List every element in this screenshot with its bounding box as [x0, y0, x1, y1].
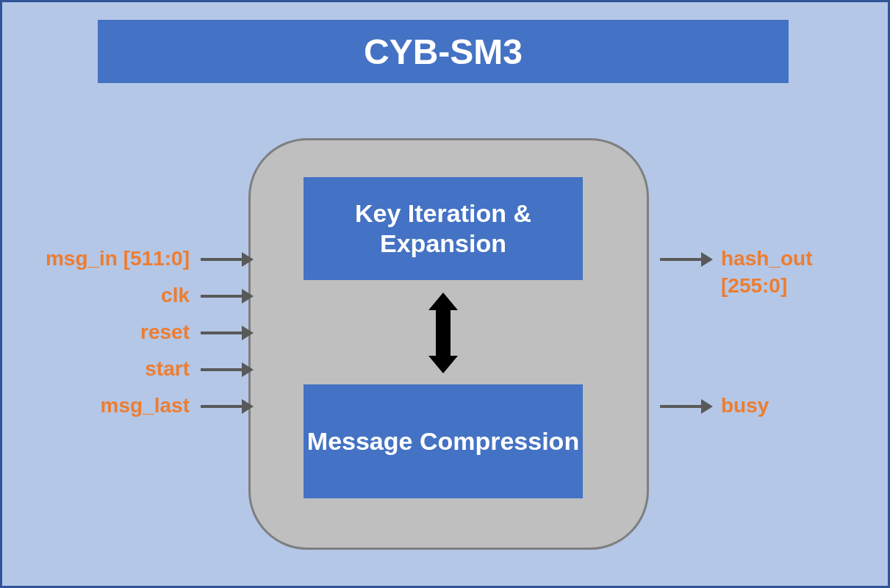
label-hash-out-2: [255:0]	[721, 274, 846, 298]
double-arrow-icon	[428, 293, 458, 373]
diagram-container: CYB-SM3 Key Iteration & Expansion Messag…	[0, 0, 890, 588]
arrow-busy	[660, 405, 704, 408]
arrow-start	[201, 368, 245, 371]
message-compression-block: Message Compression	[304, 384, 583, 498]
label-busy: busy	[721, 394, 846, 417]
label-clk: clk	[43, 284, 190, 307]
arrow-msg-last	[201, 405, 245, 408]
arrow-reset	[201, 331, 245, 334]
title-text: CYB-SM3	[364, 32, 523, 72]
label-start: start	[43, 357, 190, 381]
arrow-msg-in	[201, 258, 245, 261]
label-msg-last: msg_last	[43, 394, 190, 417]
block-top-label: Key Iteration & Expansion	[304, 198, 583, 259]
block-bottom-label: Message Compression	[307, 426, 579, 456]
key-iteration-block: Key Iteration & Expansion	[304, 177, 583, 280]
arrow-hash-out	[660, 258, 704, 261]
label-hash-out-1: hash_out	[721, 247, 846, 270]
arrow-clk	[201, 295, 245, 298]
title-banner: CYB-SM3	[98, 20, 789, 83]
label-reset: reset	[43, 320, 190, 344]
label-msg-in: msg_in [511:0]	[43, 247, 190, 270]
